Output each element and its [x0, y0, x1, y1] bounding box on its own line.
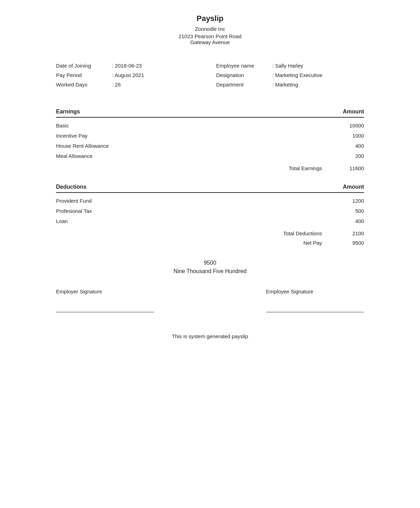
net-pay-label: Net Pay — [303, 240, 322, 246]
earnings-total-value: 11600 — [343, 165, 364, 171]
employee-signature-block: Employee Signature — [266, 288, 364, 312]
employee-signature-line — [266, 312, 364, 312]
payslip-header: Payslip Zoonodle Inc 21023 Pearson Point… — [56, 14, 364, 45]
earnings-item: Incentive Pay1000 — [56, 131, 364, 141]
pay-period-value: : August 2021 — [112, 72, 144, 78]
earnings-item: Meal Allowance200 — [56, 151, 364, 161]
employee-name-value: : Sally Harley — [272, 63, 303, 69]
deductions-item-label: Loan — [56, 218, 68, 224]
info-right-column: Employee name : Sally Harley Designation… — [216, 63, 364, 91]
earnings-item-value: 400 — [355, 143, 364, 149]
earnings-item-label: Meal Allowance — [56, 153, 92, 159]
footer-text: This is system generated payslip — [172, 333, 248, 339]
deductions-item: Profesional Tax500 — [56, 206, 364, 216]
department-label: Department — [216, 82, 272, 88]
deductions-item-value: 400 — [355, 218, 364, 224]
company-address-line2: Gateway Avenue — [56, 39, 364, 45]
date-of-joining-label: Date of Joining — [56, 63, 112, 69]
earnings-amount-header: Amount — [343, 109, 364, 115]
employee-info-section: Date of Joining : 2018-06-23 Pay Period … — [56, 59, 364, 95]
employer-signature-block: Employer Signature — [56, 288, 154, 312]
deductions-total-value: 2100 — [343, 230, 364, 236]
earnings-title: Earnings — [56, 109, 80, 115]
department-row: Department : Marketing — [216, 82, 364, 88]
date-of-joining-row: Date of Joining : 2018-06-23 — [56, 63, 204, 69]
deductions-total-row: Total Deductions 2100 — [56, 226, 364, 238]
net-pay-value: 9500 — [343, 240, 364, 246]
deductions-item-label: Provident Fund — [56, 198, 92, 204]
deductions-header-row: Deductions Amount — [56, 184, 364, 193]
footer: This is system generated payslip — [56, 333, 364, 339]
info-left-column: Date of Joining : 2018-06-23 Pay Period … — [56, 63, 204, 91]
deductions-title: Deductions — [56, 184, 86, 190]
earnings-item-value: 1000 — [352, 133, 364, 139]
worked-days-row: Worked Days : 26 — [56, 82, 204, 88]
worked-days-value: : 26 — [112, 82, 121, 88]
department-value: : Marketing — [272, 82, 298, 88]
employee-name-label: Employee name — [216, 63, 272, 69]
date-of-joining-value: : 2018-06-23 — [112, 63, 142, 69]
deductions-item: Provident Fund1200 — [56, 196, 364, 206]
net-amount-words: Nine Thousand Five Hundred — [56, 268, 364, 274]
deductions-section: Deductions Amount Provident Fund1200Prof… — [56, 184, 364, 249]
earnings-item-label: House Rent Allowance — [56, 143, 109, 149]
earnings-items: Basic10000Incentive Pay1000House Rent Al… — [56, 120, 364, 161]
designation-value: : Marketing Executive — [272, 72, 322, 78]
employer-signature-label: Employer Signature — [56, 288, 154, 294]
earnings-section: Earnings Amount Basic10000Incentive Pay1… — [56, 109, 364, 173]
deductions-item-label: Profesional Tax — [56, 208, 92, 214]
deductions-items: Provident Fund1200Profesional Tax500Loan… — [56, 196, 364, 226]
deductions-item: Loan400 — [56, 216, 364, 226]
company-address-line1: 21023 Pearson Point Road — [56, 33, 364, 39]
net-pay-row: Net Pay 9500 — [56, 238, 364, 249]
company-name: Zoonodle Inc — [56, 26, 364, 32]
earnings-total-label: Total Earnings — [289, 165, 322, 171]
deductions-item-value: 1200 — [352, 198, 364, 204]
deductions-item-value: 500 — [355, 208, 364, 214]
earnings-item: House Rent Allowance400 — [56, 141, 364, 151]
pay-period-label: Pay Period — [56, 72, 112, 78]
earnings-item-label: Incentive Pay — [56, 133, 88, 139]
payslip-title: Payslip — [56, 14, 364, 23]
designation-label: Designation — [216, 72, 272, 78]
earnings-total-row: Total Earnings 11600 — [56, 161, 364, 173]
employee-name-row: Employee name : Sally Harley — [216, 63, 364, 69]
designation-row: Designation : Marketing Executive — [216, 72, 364, 78]
earnings-item-value: 10000 — [349, 123, 364, 128]
net-amount-section: 9500 Nine Thousand Five Hundred — [56, 260, 364, 274]
worked-days-label: Worked Days — [56, 82, 112, 88]
deductions-total-label: Total Deductions — [283, 230, 322, 236]
deductions-amount-header: Amount — [343, 184, 364, 190]
employee-signature-label: Employee Signature — [266, 288, 364, 294]
net-amount-number: 9500 — [56, 260, 364, 266]
pay-period-row: Pay Period : August 2021 — [56, 72, 204, 78]
earnings-item-label: Basic — [56, 123, 69, 128]
earnings-item-value: 200 — [355, 153, 364, 159]
earnings-header-row: Earnings Amount — [56, 109, 364, 118]
earnings-item: Basic10000 — [56, 120, 364, 131]
employer-signature-line — [56, 312, 154, 312]
signature-section: Employer Signature Employee Signature — [56, 288, 364, 312]
